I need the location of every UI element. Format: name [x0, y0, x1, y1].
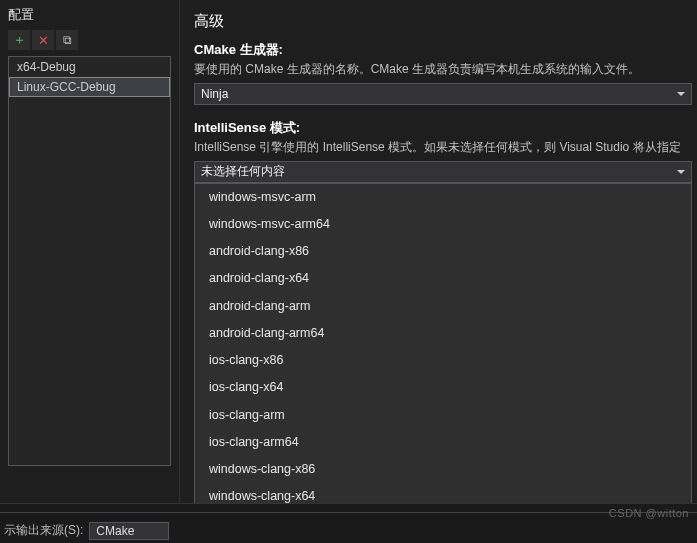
- intellisense-option[interactable]: ios-clang-arm: [195, 402, 691, 429]
- config-panel: 配置 ＋ ✕ ⧉ x64-DebugLinux-GCC-Debug: [0, 0, 180, 543]
- intellisense-option[interactable]: ios-clang-x64: [195, 374, 691, 401]
- watermark: CSDN @witton: [609, 507, 689, 519]
- edit-config-button[interactable]: ⧉: [56, 30, 78, 50]
- intellisense-option[interactable]: android-clang-arm64: [195, 320, 691, 347]
- intellisense-option[interactable]: android-clang-arm: [195, 293, 691, 320]
- output-source-label: 示输出来源(S):: [4, 522, 83, 539]
- intellisense-mode-dropdown[interactable]: 未选择任何内容: [194, 161, 692, 183]
- intellisense-option[interactable]: windows-msvc-arm64: [195, 211, 691, 238]
- intellisense-option[interactable]: ios-clang-x86: [195, 347, 691, 374]
- intellisense-mode-value: 未选择任何内容: [201, 163, 285, 180]
- intellisense-option[interactable]: ios-clang-arm64: [195, 429, 691, 456]
- intellisense-mode-label: IntelliSense 模式:: [194, 119, 693, 137]
- intellisense-option[interactable]: android-clang-x86: [195, 238, 691, 265]
- intellisense-option[interactable]: android-clang-x64: [195, 265, 691, 292]
- remove-config-button[interactable]: ✕: [32, 30, 54, 50]
- config-toolbar: ＋ ✕ ⧉: [8, 30, 171, 50]
- cmake-generator-dropdown[interactable]: Ninja: [194, 83, 692, 105]
- intellisense-option[interactable]: windows-clang-x86: [195, 456, 691, 483]
- settings-panel: 高级 CMake 生成器: 要使用的 CMake 生成器的名称。CMake 生成…: [180, 0, 697, 543]
- section-advanced-title: 高级: [194, 12, 693, 31]
- intellisense-options-list[interactable]: windows-msvc-armwindows-msvc-arm64androi…: [194, 183, 692, 543]
- config-item[interactable]: x64-Debug: [9, 57, 170, 77]
- intellisense-mode-desc: IntelliSense 引擎使用的 IntelliSense 模式。如果未选择…: [194, 139, 693, 156]
- intellisense-option[interactable]: windows-msvc-arm: [195, 184, 691, 211]
- output-panel: 示输出来源(S): CMake: [0, 503, 697, 543]
- add-config-button[interactable]: ＋: [8, 30, 30, 50]
- cmake-generator-value: Ninja: [201, 87, 228, 101]
- config-title: 配置: [8, 6, 171, 24]
- config-item[interactable]: Linux-GCC-Debug: [9, 77, 170, 97]
- cmake-generator-desc: 要使用的 CMake 生成器的名称。CMake 生成器负责编写本机生成系统的输入…: [194, 61, 693, 78]
- chevron-down-icon: [677, 92, 685, 96]
- config-list[interactable]: x64-DebugLinux-GCC-Debug: [8, 56, 171, 466]
- chevron-down-icon: [677, 170, 685, 174]
- output-source-select[interactable]: CMake: [89, 522, 169, 540]
- cmake-generator-label: CMake 生成器:: [194, 41, 693, 59]
